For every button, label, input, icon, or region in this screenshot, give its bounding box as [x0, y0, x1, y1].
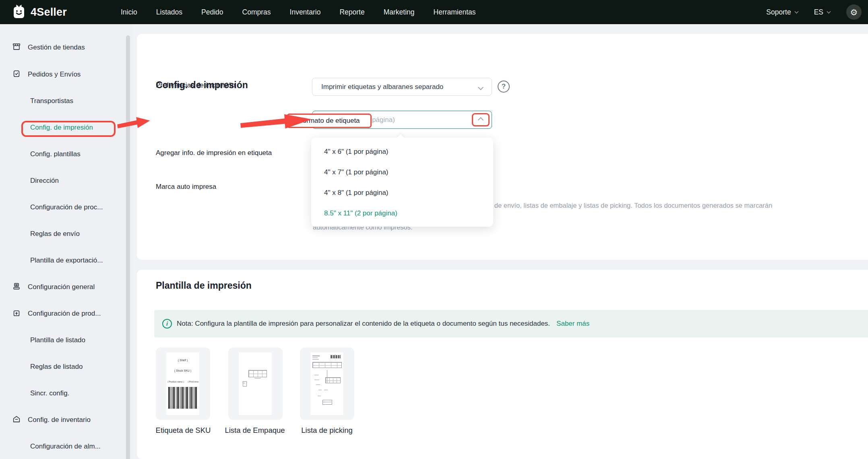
dropdown-option-4x7[interactable]: 4" x 7" (1 por página) — [311, 162, 493, 182]
dropdown-option-8-5x11-selected[interactable]: 8.5" x 11" (2 por página) — [311, 203, 493, 223]
sidebar-scrollbar[interactable] — [126, 35, 130, 459]
barcode-image — [168, 387, 197, 409]
nav-item-compras[interactable]: Compras — [242, 8, 271, 17]
sku-label-preview: ( Shelf ) ( Stock SKU ) ( Product name )… — [166, 352, 199, 415]
sidebar-item-config-plantillas[interactable]: Config. plantillas — [30, 149, 81, 159]
nav-item-pedido[interactable]: Pedido — [201, 8, 223, 17]
template-label-picking: Lista de picking — [281, 426, 373, 435]
brand-bag-icon — [12, 4, 26, 21]
annotation-box-select-chevron — [472, 113, 490, 126]
auto-mark-help-line1: s de envío, listas de embalaje y listas … — [489, 202, 772, 209]
support-menu[interactable]: Soporte — [766, 8, 798, 17]
help-icon[interactable]: ? — [498, 81, 510, 93]
sidebar-item-configuracion-general[interactable]: Configuración general — [12, 282, 95, 292]
orders-icon — [12, 69, 21, 80]
nav-item-reporte[interactable]: Reporte — [339, 8, 364, 17]
nav-items: Inicio Listados Pedido Compras Inventari… — [121, 8, 476, 17]
mini-barcode — [331, 355, 341, 358]
sku-row-text: ( Product name ) ( Print time — [167, 380, 198, 383]
templates-title: Plantilla de impresión — [156, 280, 252, 291]
settings-button[interactable]: ⚙ — [846, 4, 862, 20]
sidebar: Gestión de tiendas Pedidos y Envíos Tran… — [0, 24, 133, 459]
language-menu[interactable]: ES — [814, 8, 830, 17]
nav-item-herramientas[interactable]: Herramientas — [434, 8, 476, 17]
sidebar-item-configuracion-de-prod[interactable]: Configuración de prod... — [12, 308, 101, 319]
dropdown-notch — [397, 134, 405, 142]
sidebar-item-reglas-de-listado[interactable]: Reglas de listado — [30, 362, 83, 372]
annotation-box-sidebar-active-item — [21, 121, 116, 137]
chevron-up-icon[interactable] — [478, 117, 484, 122]
nav-right: Soporte ES ⚙ — [766, 4, 862, 20]
nav-item-inicio[interactable]: Inicio — [121, 8, 137, 17]
template-packing-list[interactable] — [228, 347, 283, 420]
chevron-down-icon — [478, 85, 484, 90]
auto-mark-label: Marca auto impresa — [156, 183, 216, 191]
chevron-down-icon — [794, 9, 798, 13]
sidebar-item-sincr-config[interactable]: Sincr. config. — [30, 388, 69, 399]
sidebar-item-configuracion-de-proc[interactable]: Configuración de proc... — [30, 202, 103, 213]
print-template-card: Plantilla de impresión i Nota: Configura… — [137, 270, 868, 459]
sidebar-item-reglas-de-envio[interactable]: Reglas de envío — [30, 229, 80, 239]
sidebar-item-pedidos-y-envios[interactable]: Pedidos y Envíos — [12, 69, 81, 80]
nav-item-listados[interactable]: Listados — [156, 8, 182, 17]
sidebar-item-configuracion-de-alm[interactable]: Configuración de alm... — [30, 441, 101, 452]
storefront-icon — [12, 42, 21, 53]
add-info-label: Agregar info. de impresión en etiqueta — [156, 149, 272, 157]
note-text: Nota: Configura la plantilla de impresió… — [177, 320, 550, 328]
brand[interactable]: 4Seller — [12, 0, 67, 24]
note-banner: i Nota: Configura la plantilla de impres… — [154, 310, 868, 337]
warehouse-icon — [12, 415, 21, 426]
sku-shelf-text: ( Shelf ) — [166, 359, 199, 362]
template-picking-list[interactable] — [300, 347, 354, 420]
preferences-label: Preferencias de impresión — [156, 81, 235, 89]
packing-list-preview — [239, 352, 272, 415]
sidebar-item-direccion[interactable]: Dirección — [30, 176, 59, 186]
chevron-down-icon — [827, 9, 831, 13]
nav-item-marketing[interactable]: Marketing — [384, 8, 415, 17]
brand-name: 4Seller — [31, 6, 67, 19]
dropdown-option-4x8[interactable]: 4" x 8" (1 por página) — [311, 182, 493, 203]
dropdown-option-4x6[interactable]: 4" x 6" (1 por página) — [311, 141, 493, 162]
learn-more-link[interactable]: Saber más — [556, 320, 589, 328]
sku-stock-text: ( Stock SKU ) — [166, 369, 199, 372]
print-settings-card: Config. de impresión Preferencias de imp… — [137, 34, 868, 260]
sidebar-item-transportistas[interactable]: Transportistas — [30, 96, 73, 106]
picking-list-preview — [310, 352, 343, 415]
sidebar-item-plantilla-de-exportacion[interactable]: Plantilla de exportació... — [30, 255, 103, 266]
product-bag-icon — [12, 308, 21, 319]
template-sku-label[interactable]: ( Shelf ) ( Stock SKU ) ( Product name )… — [156, 347, 210, 420]
sidebar-item-plantilla-de-listado[interactable]: Plantilla de listado — [30, 335, 85, 345]
top-nav: 4Seller Inicio Listados Pedido Compras I… — [0, 0, 868, 24]
print-preferences-select[interactable]: Imprimir etiquetas y albaranes separado — [312, 78, 492, 96]
info-icon: i — [162, 319, 172, 329]
nav-item-inventario[interactable]: Inventario — [290, 8, 321, 17]
printer-icon — [12, 282, 21, 293]
label-format-dropdown: 4" x 6" (1 por página) 4" x 7" (1 por pá… — [311, 138, 493, 227]
print-preferences-value: Imprimir etiquetas y albaranes separado — [321, 83, 443, 91]
gear-icon: ⚙ — [850, 8, 858, 17]
sidebar-item-gestion-de-tiendas[interactable]: Gestión de tiendas — [12, 42, 85, 53]
sidebar-item-config-de-inventario[interactable]: Config. de inventario — [12, 415, 91, 425]
